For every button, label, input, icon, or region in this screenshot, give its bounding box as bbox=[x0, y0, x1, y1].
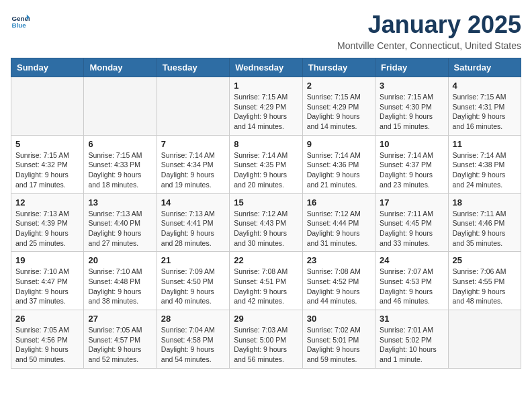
day-number: 5 bbox=[15, 139, 79, 149]
day-info: Sunrise: 7:13 AMSunset: 4:39 PMDaylight:… bbox=[15, 209, 79, 248]
day-info: Sunrise: 7:14 AMSunset: 4:34 PMDaylight:… bbox=[161, 150, 225, 190]
location-title: Montville Center, Connecticut, United St… bbox=[337, 40, 521, 51]
calendar-cell: 26Sunrise: 7:05 AMSunset: 4:56 PMDayligh… bbox=[11, 310, 84, 369]
day-header-wednesday: Wednesday bbox=[230, 58, 302, 77]
day-number: 3 bbox=[380, 81, 443, 91]
calendar-cell: 10Sunrise: 7:14 AMSunset: 4:37 PMDayligh… bbox=[375, 135, 448, 193]
calendar-cell: 27Sunrise: 7:05 AMSunset: 4:57 PMDayligh… bbox=[84, 310, 157, 369]
day-number: 24 bbox=[380, 255, 443, 265]
day-info: Sunrise: 7:09 AMSunset: 4:50 PMDaylight:… bbox=[161, 267, 225, 306]
day-number: 14 bbox=[161, 197, 225, 208]
calendar-cell: 17Sunrise: 7:11 AMSunset: 4:45 PMDayligh… bbox=[375, 193, 448, 252]
day-info: Sunrise: 7:10 AMSunset: 4:48 PMDaylight:… bbox=[88, 267, 152, 306]
day-number: 15 bbox=[234, 197, 298, 208]
day-number: 12 bbox=[15, 197, 79, 208]
month-title: January 2025 bbox=[337, 11, 521, 39]
day-info: Sunrise: 7:14 AMSunset: 4:35 PMDaylight:… bbox=[234, 150, 298, 190]
day-header-saturday: Saturday bbox=[448, 58, 521, 77]
calendar-cell: 21Sunrise: 7:09 AMSunset: 4:50 PMDayligh… bbox=[157, 252, 229, 310]
calendar-cell: 1Sunrise: 7:15 AMSunset: 4:29 PMDaylight… bbox=[230, 77, 302, 136]
day-info: Sunrise: 7:14 AMSunset: 4:37 PMDaylight:… bbox=[380, 150, 443, 190]
calendar-cell: 2Sunrise: 7:15 AMSunset: 4:29 PMDaylight… bbox=[302, 77, 375, 136]
day-info: Sunrise: 7:12 AMSunset: 4:43 PMDaylight:… bbox=[234, 209, 298, 248]
day-info: Sunrise: 7:08 AMSunset: 4:52 PMDaylight:… bbox=[307, 267, 371, 306]
calendar-cell: 3Sunrise: 7:15 AMSunset: 4:30 PMDaylight… bbox=[375, 77, 448, 136]
logo-icon: General Blue bbox=[11, 11, 30, 30]
day-info: Sunrise: 7:15 AMSunset: 4:30 PMDaylight:… bbox=[380, 92, 443, 132]
calendar-cell: 9Sunrise: 7:14 AMSunset: 4:36 PMDaylight… bbox=[302, 135, 375, 193]
day-info: Sunrise: 7:15 AMSunset: 4:29 PMDaylight:… bbox=[307, 92, 371, 132]
day-info: Sunrise: 7:04 AMSunset: 4:58 PMDaylight:… bbox=[161, 325, 225, 365]
calendar-cell: 31Sunrise: 7:01 AMSunset: 5:02 PMDayligh… bbox=[375, 310, 448, 369]
calendar-cell: 30Sunrise: 7:02 AMSunset: 5:01 PMDayligh… bbox=[302, 310, 375, 369]
day-info: Sunrise: 7:05 AMSunset: 4:57 PMDaylight:… bbox=[88, 325, 152, 365]
day-number: 29 bbox=[234, 314, 298, 324]
day-info: Sunrise: 7:06 AMSunset: 4:55 PMDaylight:… bbox=[453, 267, 517, 306]
calendar-cell: 11Sunrise: 7:14 AMSunset: 4:38 PMDayligh… bbox=[448, 135, 521, 193]
day-info: Sunrise: 7:01 AMSunset: 5:02 PMDaylight:… bbox=[380, 325, 443, 365]
day-info: Sunrise: 7:13 AMSunset: 4:41 PMDaylight:… bbox=[161, 209, 225, 248]
day-number: 26 bbox=[15, 314, 79, 324]
calendar-cell: 14Sunrise: 7:13 AMSunset: 4:41 PMDayligh… bbox=[157, 193, 229, 252]
day-number: 4 bbox=[453, 81, 517, 91]
day-info: Sunrise: 7:14 AMSunset: 4:36 PMDaylight:… bbox=[307, 150, 371, 190]
day-info: Sunrise: 7:15 AMSunset: 4:31 PMDaylight:… bbox=[453, 92, 517, 132]
day-number: 17 bbox=[380, 197, 443, 208]
calendar-cell: 13Sunrise: 7:13 AMSunset: 4:40 PMDayligh… bbox=[84, 193, 157, 252]
calendar-cell: 5Sunrise: 7:15 AMSunset: 4:32 PMDaylight… bbox=[11, 135, 84, 193]
day-header-tuesday: Tuesday bbox=[157, 58, 229, 77]
calendar-header-row: SundayMondayTuesdayWednesdayThursdayFrid… bbox=[11, 58, 521, 77]
calendar-cell: 28Sunrise: 7:04 AMSunset: 4:58 PMDayligh… bbox=[157, 310, 229, 369]
day-number: 20 bbox=[88, 255, 152, 265]
day-number: 7 bbox=[161, 139, 225, 149]
calendar-cell: 12Sunrise: 7:13 AMSunset: 4:39 PMDayligh… bbox=[11, 193, 84, 252]
day-number: 21 bbox=[161, 255, 225, 265]
day-info: Sunrise: 7:02 AMSunset: 5:01 PMDaylight:… bbox=[307, 325, 371, 365]
calendar-cell: 15Sunrise: 7:12 AMSunset: 4:43 PMDayligh… bbox=[230, 193, 302, 252]
calendar-cell: 16Sunrise: 7:12 AMSunset: 4:44 PMDayligh… bbox=[302, 193, 375, 252]
calendar-cell: 8Sunrise: 7:14 AMSunset: 4:35 PMDaylight… bbox=[230, 135, 302, 193]
day-number: 28 bbox=[161, 314, 225, 324]
day-header-monday: Monday bbox=[84, 58, 157, 77]
day-info: Sunrise: 7:10 AMSunset: 4:47 PMDaylight:… bbox=[15, 267, 79, 306]
day-info: Sunrise: 7:15 AMSunset: 4:29 PMDaylight:… bbox=[234, 92, 298, 132]
page-header: General Blue January 2025 Montville Cent… bbox=[11, 11, 521, 51]
calendar-week-1: 1Sunrise: 7:15 AMSunset: 4:29 PMDaylight… bbox=[11, 77, 521, 136]
day-info: Sunrise: 7:15 AMSunset: 4:32 PMDaylight:… bbox=[15, 150, 79, 190]
calendar-cell: 4Sunrise: 7:15 AMSunset: 4:31 PMDaylight… bbox=[448, 77, 521, 136]
day-number: 6 bbox=[88, 139, 152, 149]
day-info: Sunrise: 7:12 AMSunset: 4:44 PMDaylight:… bbox=[307, 209, 371, 248]
day-info: Sunrise: 7:05 AMSunset: 4:56 PMDaylight:… bbox=[15, 325, 79, 365]
day-info: Sunrise: 7:11 AMSunset: 4:45 PMDaylight:… bbox=[380, 209, 443, 248]
calendar-week-4: 19Sunrise: 7:10 AMSunset: 4:47 PMDayligh… bbox=[11, 252, 521, 310]
day-number: 13 bbox=[88, 197, 152, 208]
day-info: Sunrise: 7:15 AMSunset: 4:33 PMDaylight:… bbox=[88, 150, 152, 190]
calendar-cell: 22Sunrise: 7:08 AMSunset: 4:51 PMDayligh… bbox=[230, 252, 302, 310]
day-number: 11 bbox=[453, 139, 517, 149]
calendar-cell: 18Sunrise: 7:11 AMSunset: 4:46 PMDayligh… bbox=[448, 193, 521, 252]
day-header-thursday: Thursday bbox=[302, 58, 375, 77]
svg-text:Blue: Blue bbox=[11, 21, 26, 29]
day-number: 9 bbox=[307, 139, 371, 149]
day-number: 8 bbox=[234, 139, 298, 149]
day-info: Sunrise: 7:03 AMSunset: 5:00 PMDaylight:… bbox=[234, 325, 298, 365]
calendar-week-5: 26Sunrise: 7:05 AMSunset: 4:56 PMDayligh… bbox=[11, 310, 521, 369]
calendar-cell: 20Sunrise: 7:10 AMSunset: 4:48 PMDayligh… bbox=[84, 252, 157, 310]
day-info: Sunrise: 7:07 AMSunset: 4:53 PMDaylight:… bbox=[380, 267, 443, 306]
day-number: 10 bbox=[380, 139, 443, 149]
day-number: 2 bbox=[307, 81, 371, 91]
day-number: 16 bbox=[307, 197, 371, 208]
day-number: 19 bbox=[15, 255, 79, 265]
logo: General Blue bbox=[11, 11, 30, 30]
calendar-cell: 6Sunrise: 7:15 AMSunset: 4:33 PMDaylight… bbox=[84, 135, 157, 193]
calendar-week-2: 5Sunrise: 7:15 AMSunset: 4:32 PMDaylight… bbox=[11, 135, 521, 193]
day-info: Sunrise: 7:14 AMSunset: 4:38 PMDaylight:… bbox=[453, 150, 517, 190]
calendar-cell: 24Sunrise: 7:07 AMSunset: 4:53 PMDayligh… bbox=[375, 252, 448, 310]
calendar-cell: 19Sunrise: 7:10 AMSunset: 4:47 PMDayligh… bbox=[11, 252, 84, 310]
day-number: 1 bbox=[234, 81, 298, 91]
calendar-week-3: 12Sunrise: 7:13 AMSunset: 4:39 PMDayligh… bbox=[11, 193, 521, 252]
day-info: Sunrise: 7:08 AMSunset: 4:51 PMDaylight:… bbox=[234, 267, 298, 306]
calendar-cell: 25Sunrise: 7:06 AMSunset: 4:55 PMDayligh… bbox=[448, 252, 521, 310]
day-number: 31 bbox=[380, 314, 443, 324]
day-info: Sunrise: 7:11 AMSunset: 4:46 PMDaylight:… bbox=[453, 209, 517, 248]
